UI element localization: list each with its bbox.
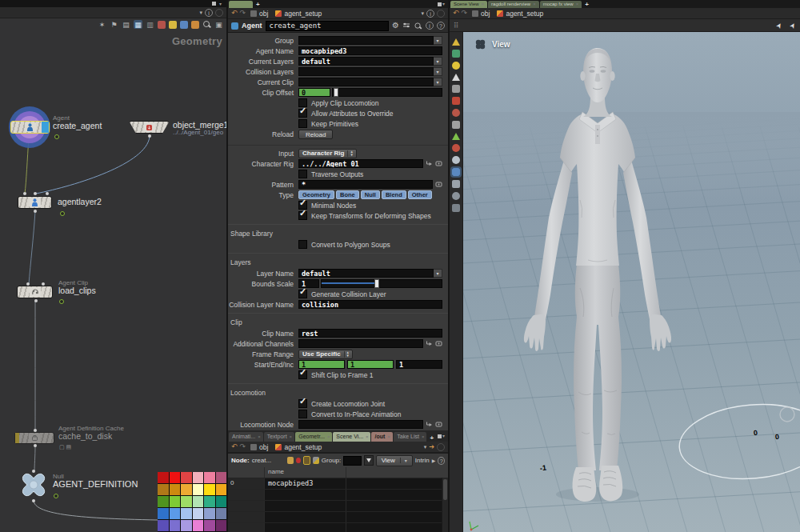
stow-square-icon[interactable] (438, 2, 442, 6)
palette-swatch-1-3[interactable] (193, 484, 204, 495)
info-icon[interactable]: i (426, 22, 434, 30)
checkbox-traverse-outputs[interactable] (298, 170, 307, 178)
palette-swatch-3-5[interactable] (216, 508, 227, 519)
paint-tool-icon[interactable] (452, 144, 460, 152)
view-dropdown[interactable]: View ▾ (376, 455, 413, 466)
viewport-tab-scene-view[interactable]: Scene View× (450, 1, 487, 8)
palette-swatch-0-4[interactable] (204, 472, 215, 483)
node-label-object-merge1[interactable]: object_merge1 ../../Agent_01/geo (173, 121, 228, 136)
layout-grid-icon[interactable] (452, 50, 460, 58)
record-dot-icon[interactable] (296, 458, 301, 463)
zoom-tool-icon[interactable] (452, 156, 460, 164)
box-select-icon[interactable] (452, 85, 460, 93)
rotate-tool-icon[interactable] (452, 109, 460, 117)
gear-icon[interactable]: ⚙ (392, 22, 399, 30)
node-label-create-agent[interactable]: Agent create_agent (53, 115, 102, 130)
palette-swatch-2-4[interactable] (204, 496, 215, 507)
breadcrumb-node[interactable]: agent_setup (494, 10, 546, 18)
breadcrumb-node[interactable]: agent_setup (273, 443, 324, 451)
op-chooser-icon[interactable] (435, 421, 442, 428)
slider-clip-offset[interactable] (332, 88, 442, 97)
table-row[interactable]: 0mocapbiped3 (228, 478, 448, 490)
node-create-agent[interactable] (10, 121, 50, 134)
palette-swatch-4-4[interactable] (204, 520, 215, 531)
palette-swatch-2-2[interactable] (181, 496, 192, 507)
palette-swatch-2-3[interactable] (193, 496, 204, 507)
field-group[interactable] (298, 36, 434, 45)
node-label-cache-to-disk[interactable]: Agent Definition Cache cache_to_disk (58, 426, 124, 441)
op-jump-icon[interactable] (426, 160, 433, 167)
viewport-label[interactable]: View (474, 38, 510, 50)
field-current-clip[interactable] (298, 78, 434, 86)
palette-swatch-0-3[interactable] (193, 472, 204, 483)
palette-swatch-1-4[interactable] (204, 484, 215, 495)
close-tab-icon[interactable]: × (387, 432, 390, 442)
palette-swatch-4-2[interactable] (181, 520, 192, 531)
checkbox-shift-clip-to-frame-1[interactable]: ✓ (298, 370, 307, 379)
help-icon[interactable]: ? (438, 457, 445, 465)
palette-swatch-4-3[interactable] (193, 520, 204, 531)
expand-arrow-icon[interactable]: ▶ (432, 458, 436, 463)
pin-icon[interactable] (437, 443, 445, 451)
viewport-tab-ragdoll-renderview[interactable]: ragdoll renderview× (488, 1, 539, 8)
palette-swatch-4-1[interactable] (170, 520, 181, 531)
field-agent-name[interactable]: mocapbiped3 (298, 46, 442, 55)
forward-icon[interactable]: ↷ (240, 443, 246, 450)
help-icon[interactable]: ? (437, 22, 445, 30)
create-agent-display-dot[interactable] (54, 134, 59, 139)
node-label-agentlayer2[interactable]: agentlayer2 (58, 198, 102, 206)
node-load-clips[interactable] (17, 286, 53, 298)
node-chooser-icon[interactable] (313, 457, 319, 464)
stow-square-icon[interactable] (438, 434, 442, 438)
back-icon[interactable]: ↶ (231, 10, 238, 17)
stow-caret-icon[interactable]: ▾ (442, 434, 445, 438)
pin-icon[interactable] (437, 10, 445, 18)
palette-swatch-1-0[interactable] (158, 484, 169, 495)
op-jump-icon[interactable] (426, 340, 433, 347)
type-button-blend[interactable]: Blend (382, 190, 406, 199)
drag-grip-icon[interactable]: ⠿ (454, 22, 460, 30)
field-layer-name[interactable]: default (298, 269, 434, 278)
menu-arrow-icon[interactable]: ▾ (434, 78, 442, 86)
palette-swatch-1-5[interactable] (216, 484, 227, 495)
node-agentlayer2[interactable] (18, 196, 52, 209)
type-button-other[interactable]: Other (408, 190, 432, 199)
breadcrumb-obj[interactable]: obj (470, 10, 492, 18)
hand-tool-icon[interactable] (452, 180, 460, 188)
load-clips-display-dot[interactable] (59, 299, 64, 304)
field-current-layers[interactable]: default (298, 57, 434, 66)
viewport-tab-mocap-fx-view[interactable]: mocap fx view× (540, 1, 582, 8)
pane-tab-animati[interactable]: Animati...× (229, 432, 263, 442)
view-tool-icon[interactable] (452, 38, 460, 46)
palette-swatch-3-0[interactable] (158, 508, 169, 519)
pane-tab-scene-vi[interactable]: Scene Vi...× (333, 432, 370, 442)
move-tool-icon[interactable] (452, 97, 460, 105)
node-label-agent-definition[interactable]: Null AGENT_DEFINITION (53, 474, 138, 490)
checkbox-keep-primitives[interactable] (298, 119, 307, 128)
pane-tab-textport[interactable]: Textport× (264, 432, 295, 442)
close-tab-icon[interactable]: × (366, 432, 369, 442)
palette-swatch-4-0[interactable] (158, 520, 169, 531)
path-dropdown-icon[interactable]: ▾ (424, 444, 427, 450)
palette-swatch-2-1[interactable] (170, 496, 181, 507)
op-chooser-icon[interactable] (435, 340, 442, 347)
op-chooser-icon[interactable] (435, 181, 442, 188)
path-dropdown-icon[interactable]: ▾ (421, 10, 424, 17)
slider-thumb[interactable] (334, 88, 338, 97)
back-icon[interactable]: ↶ (453, 10, 459, 17)
slider-thumb[interactable] (374, 279, 379, 288)
field-clip-name[interactable]: rest (298, 329, 442, 338)
palette-swatch-3-2[interactable] (181, 508, 192, 519)
close-tab-icon[interactable]: × (258, 432, 261, 442)
palette-swatch-1-2[interactable] (181, 484, 192, 495)
close-tab-icon[interactable]: × (576, 1, 579, 8)
combo-input[interactable]: Character Rig▴▾ (298, 149, 357, 158)
node-agent-definition[interactable] (18, 472, 50, 502)
slider-bounds-scale[interactable] (321, 279, 442, 288)
type-button-bone[interactable]: Bone (336, 190, 359, 199)
forward-icon[interactable]: ↷ (240, 10, 246, 17)
node-cache-to-disk[interactable] (14, 432, 54, 444)
palette-swatch-1-1[interactable] (170, 484, 181, 495)
select-cursor-icon[interactable]: ➤ (774, 21, 783, 30)
add-tab-button[interactable]: + (582, 1, 591, 8)
